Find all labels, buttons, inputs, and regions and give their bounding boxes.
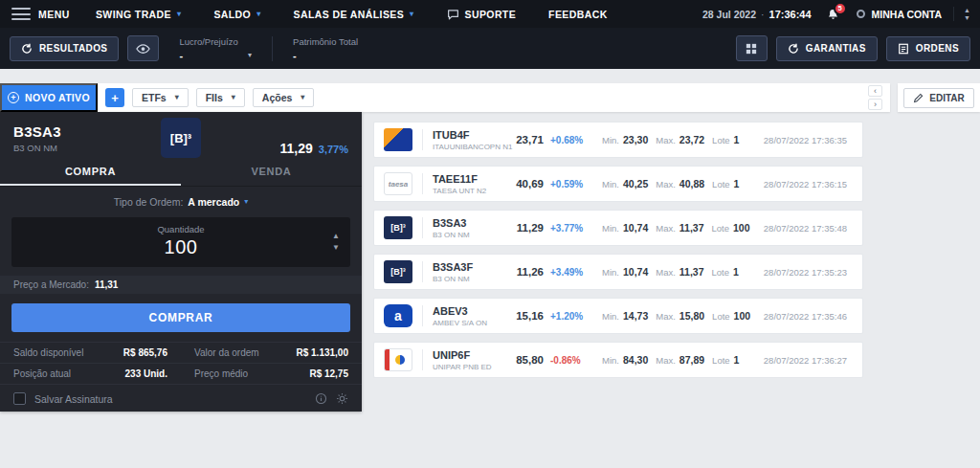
equity-label: Patrimônio Total [293, 36, 358, 47]
lote-label: Lote [712, 311, 730, 322]
min-label: Min. [602, 267, 619, 278]
edit-area: EDITAR [898, 83, 980, 112]
watchlist-row[interactable]: UNIP6F UNIPAR PNB ED 85,80 -0.86% Min. 8… [373, 342, 863, 378]
quantity-input[interactable]: Quantidade 100 ▲ ▼ [11, 217, 350, 267]
divider [422, 261, 423, 282]
row-lote: 1 [734, 178, 740, 189]
b3-logo [384, 260, 412, 283]
min-label: Min. [602, 135, 619, 145]
itau-logo [384, 128, 412, 151]
watchlist-row[interactable]: B3SA3F B3 ON NM 11,26 +3.49% Min. 10,74 … [373, 254, 863, 290]
layout-grid-button[interactable] [736, 35, 768, 61]
row-max: 11,37 [679, 266, 704, 278]
divider [422, 349, 423, 370]
row-timestamp: 28/07/2022 17:36:15 [764, 179, 853, 189]
watchlist-row[interactable]: TAEE11F TAESA UNT N2 40,69 +0.59% Min. 4… [373, 166, 863, 202]
watchlist-row[interactable]: ABEV3 AMBEV S/A ON 15,16 +1.20% Min. 14,… [373, 298, 863, 334]
row-min: 23,30 [623, 134, 648, 145]
editar-button[interactable]: EDITAR [903, 88, 973, 108]
chevron-down-icon[interactable]: ▾ [248, 51, 252, 59]
visibility-toggle-button[interactable] [127, 35, 159, 61]
menu-label[interactable]: MENU [38, 9, 70, 20]
unipar-logo [384, 348, 412, 371]
fiis-filter-dropdown[interactable]: FIIs ▾ [196, 88, 245, 107]
divider [422, 129, 423, 150]
expand-collapse-control[interactable]: ▲ ▼ [953, 7, 970, 21]
position-row: Posição atual 233 Unid. Preço médio R$ 1… [0, 363, 362, 384]
comprar-button[interactable]: COMPRAR [11, 303, 350, 332]
info-icon[interactable] [315, 392, 327, 405]
gear-icon[interactable] [336, 392, 348, 405]
acoes-filter-dropdown[interactable]: Ações ▾ [253, 88, 315, 107]
watchlist-row[interactable]: B3SA3 B3 ON NM 11,29 +3.77% Min. 10,74 M… [373, 210, 863, 246]
account-menu[interactable]: MINHA CONTA [857, 9, 943, 20]
grid-icon [746, 43, 757, 55]
max-label: Max. [656, 267, 676, 278]
watchlist-row[interactable]: ITUB4F ITAUUNIBANCOPN N1 23,71 +0.68% Mi… [373, 122, 863, 158]
watchlist: ITUB4F ITAUUNIBANCOPN N1 23,71 +0.68% Mi… [373, 122, 863, 386]
trading-platform: MENU SWING TRADE ▾ SALDO ▾ SALAS DE ANÁL… [0, 0, 980, 468]
row-price: 40,69 [505, 178, 544, 189]
row-company: ITAUUNIBANCOPN N1 [433, 143, 505, 151]
row-timestamp: 28/07/2022 17:36:35 [764, 135, 853, 145]
chevron-down-icon: ▾ [410, 11, 413, 18]
row-min: 14,73 [623, 310, 648, 322]
plus-circle-icon: + [8, 92, 19, 103]
lote-label: Lote [712, 223, 730, 234]
row-price: 85,80 [505, 354, 544, 366]
account-status-icon [857, 10, 865, 18]
row-max: 11,37 [679, 222, 704, 234]
resultados-button[interactable]: RESULTADOS [10, 36, 119, 61]
row-change: +0.59% [550, 179, 594, 189]
ordens-button[interactable]: ORDENS [886, 36, 970, 61]
save-signature-checkbox[interactable] [13, 392, 26, 405]
row-max: 15,80 [679, 310, 704, 322]
nav-saldo[interactable]: SALDO ▾ [197, 0, 277, 28]
scroll-left-button[interactable]: ‹ [868, 85, 882, 97]
nav-swing-trade[interactable]: SWING TRADE ▾ [79, 0, 198, 28]
divider [422, 173, 423, 194]
chevron-down-icon: ▾ [301, 94, 304, 101]
divider [272, 36, 273, 61]
asset-ticker: B3SA3 [13, 123, 61, 140]
min-label: Min. [602, 223, 619, 234]
profit-loss-metric: Lucro/Prejuízo - ▾ [167, 36, 263, 61]
nav-suporte[interactable]: SUPORTE [431, 0, 533, 28]
hamburger-menu-icon[interactable] [11, 8, 31, 20]
tab-compra[interactable]: COMPRA [0, 158, 181, 186]
divider [422, 305, 423, 326]
row-change: +3.77% [550, 223, 594, 234]
tab-venda[interactable]: VENDA [181, 158, 362, 186]
nav-salas-de-analises[interactable]: SALAS DE ANÁLISES ▾ [278, 0, 431, 28]
b3-logo [384, 216, 412, 239]
min-label: Min. [602, 179, 619, 189]
notifications-button[interactable]: 5 [827, 8, 839, 21]
chevron-down-icon: ▾ [175, 94, 179, 101]
order-type-dropdown[interactable]: Tipo de Ordem: A mercado ▾ [0, 187, 362, 210]
divider [422, 217, 423, 238]
min-label: Min. [602, 355, 619, 366]
etfs-filter-dropdown[interactable]: ETFs ▾ [132, 88, 189, 107]
available-balance: R$ 865,76 [123, 347, 167, 358]
scroll-right-button[interactable]: › [868, 99, 882, 110]
pencil-icon [913, 93, 924, 103]
max-label: Max. [656, 135, 676, 145]
notification-badge: 5 [834, 2, 847, 15]
row-timestamp: 28/07/2022 17:35:46 [764, 311, 853, 322]
ambev-logo [384, 304, 412, 327]
chevron-down-icon: ▾ [232, 94, 235, 101]
row-lote: 100 [734, 310, 751, 322]
row-company: TAESA UNT N2 [433, 187, 505, 195]
row-change: +0.68% [550, 135, 594, 145]
balance-row: Saldo disponível R$ 865,76 Valor da orde… [0, 342, 362, 363]
step-up-icon[interactable]: ▲ [332, 233, 340, 240]
step-down-icon[interactable]: ▼ [332, 244, 340, 252]
row-min: 10,74 [623, 266, 648, 278]
max-label: Max. [656, 179, 676, 189]
novo-ativo-button[interactable]: + NOVO ATIVO [0, 83, 98, 112]
buy-sell-tabs: COMPRA VENDA [0, 158, 362, 187]
add-filter-button[interactable]: + [105, 88, 124, 107]
garantias-button[interactable]: GARANTIAS [776, 36, 878, 61]
nav-feedback[interactable]: FEEDBACK [532, 0, 624, 28]
refresh-icon [21, 43, 33, 55]
